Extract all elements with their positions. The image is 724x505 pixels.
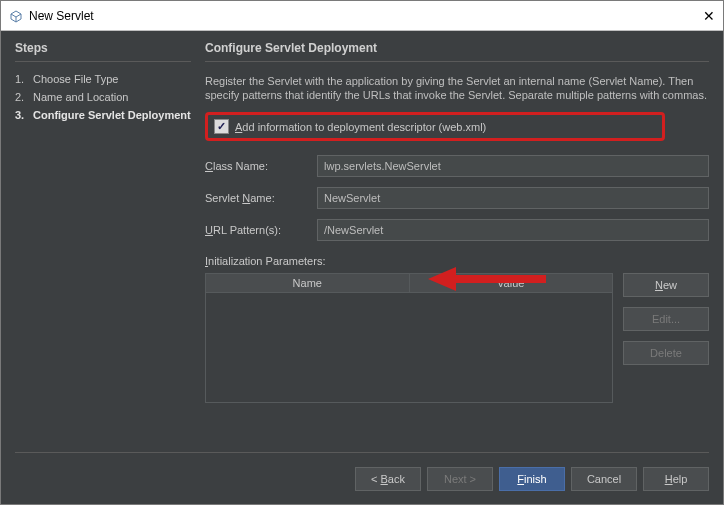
new-button[interactable]: New xyxy=(623,273,709,297)
table-body[interactable] xyxy=(206,293,612,402)
window-title: New Servlet xyxy=(29,9,94,23)
url-pattern-row: URL Pattern(s): xyxy=(205,219,709,241)
main-panel: Configure Servlet Deployment Register th… xyxy=(205,41,709,452)
description-text: Register the Servlet with the applicatio… xyxy=(205,74,709,102)
dialog-body: Steps 1. Choose File Type 2. Name and Lo… xyxy=(1,31,723,452)
url-pattern-input[interactable] xyxy=(317,219,709,241)
dialog-footer: < Back Next > Finish Cancel Help xyxy=(15,452,709,504)
servlet-name-row: Servlet Name: xyxy=(205,187,709,209)
init-params-label: Initialization Parameters: xyxy=(205,255,709,267)
table-header: Name Value xyxy=(206,274,612,293)
col-value: Value xyxy=(410,274,613,292)
side-buttons: New Edit... Delete xyxy=(623,273,709,403)
steps-list: 1. Choose File Type 2. Name and Location… xyxy=(15,72,191,122)
finish-button[interactable]: Finish xyxy=(499,467,565,491)
edit-button[interactable]: Edit... xyxy=(623,307,709,331)
url-pattern-label: URL Pattern(s): xyxy=(205,224,317,236)
delete-button[interactable]: Delete xyxy=(623,341,709,365)
cancel-button[interactable]: Cancel xyxy=(571,467,637,491)
class-name-row: Class Name: xyxy=(205,155,709,177)
steps-heading: Steps xyxy=(15,41,191,62)
servlet-name-label: Servlet Name: xyxy=(205,192,317,204)
dialog-window: New Servlet ✕ Steps 1. Choose File Type … xyxy=(0,0,724,505)
highlight-annotation: ✓ Add information to deployment descript… xyxy=(205,112,665,141)
init-params-row: Name Value New Edit... Delete xyxy=(205,273,709,403)
next-button[interactable]: Next > xyxy=(427,467,493,491)
titlebar: New Servlet ✕ xyxy=(1,1,723,31)
step-item: 2. Name and Location xyxy=(15,90,191,104)
app-icon xyxy=(9,9,23,23)
step-item-current: 3. Configure Servlet Deployment xyxy=(15,108,191,122)
help-button[interactable]: Help xyxy=(643,467,709,491)
main-heading: Configure Servlet Deployment xyxy=(205,41,709,62)
add-info-label: Add information to deployment descriptor… xyxy=(235,121,486,133)
back-button[interactable]: < Back xyxy=(355,467,421,491)
class-name-label: Class Name: xyxy=(205,160,317,172)
step-item: 1. Choose File Type xyxy=(15,72,191,86)
col-name: Name xyxy=(206,274,410,292)
steps-panel: Steps 1. Choose File Type 2. Name and Lo… xyxy=(15,41,191,452)
add-info-checkbox[interactable]: ✓ xyxy=(214,119,229,134)
init-params-table: Name Value xyxy=(205,273,613,403)
servlet-name-input[interactable] xyxy=(317,187,709,209)
class-name-input[interactable] xyxy=(317,155,709,177)
close-icon[interactable]: ✕ xyxy=(703,8,715,24)
